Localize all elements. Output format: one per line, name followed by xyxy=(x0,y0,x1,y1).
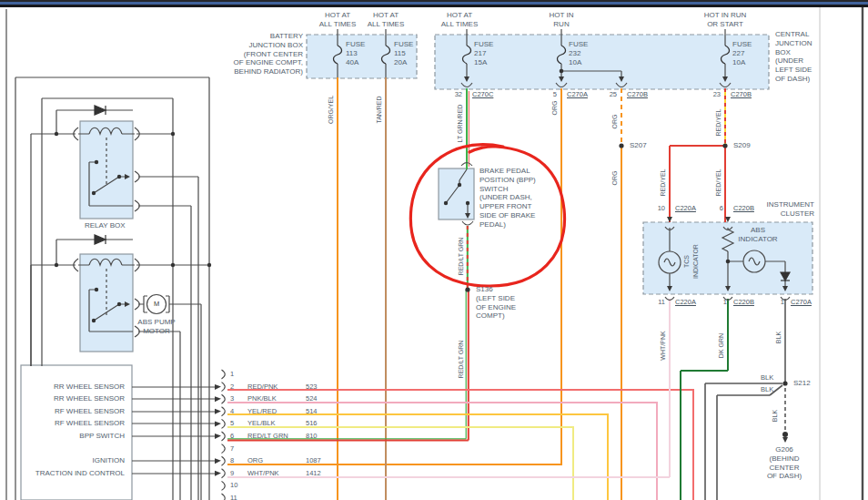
splice-s207-label: S207 xyxy=(630,141,647,150)
splice-s136-dot xyxy=(465,287,469,291)
cluster-pin-6: 6 xyxy=(720,204,723,212)
cluster-c270a-bottom: C270A xyxy=(791,298,812,306)
splice-s212-label: S212 xyxy=(793,379,811,388)
wire-name-red-lt-grn: RED/LT GRN xyxy=(247,432,288,440)
fuse-113-label: FUSE 113 40A xyxy=(346,40,365,66)
power-header-3: HOT AT ALL TIMES xyxy=(441,11,478,29)
circuit-523: 523 xyxy=(306,383,318,391)
ground-g206-label: G206 (BEHIND CENTER OF DASH) xyxy=(767,445,802,481)
pin-5: 5 xyxy=(230,419,234,427)
wire-label-org-3: ORG xyxy=(611,147,618,210)
wire-label-wht-pnk: WHT/PNK xyxy=(660,314,666,378)
cluster-c220a-bottom: C220A xyxy=(675,298,696,306)
cluster-pin-11: 11 xyxy=(658,298,665,306)
wire-name-pnk-blk: PNK/BLK xyxy=(247,394,277,403)
instrument-cluster-title: INSTRUMENT CLUSTER xyxy=(767,200,814,219)
wire-label-blk-1: BLK xyxy=(775,306,782,370)
power-header-1: HOT AT ALL TIMES xyxy=(319,11,356,29)
wire-label-tan-red: TAN/RED xyxy=(376,78,382,142)
bpp-switch-label: BRAKE PEDAL POSITION (BPP) SWITCH (UNDER… xyxy=(479,167,536,229)
diode2-icon xyxy=(95,235,106,244)
wire-label-dk-grn: DK GRN xyxy=(718,314,724,378)
motor-m-glyph: M xyxy=(154,300,159,308)
blk-tap-label-2: BLK xyxy=(761,385,773,393)
module-label-rr-wheel-2: RR WHEEL SENSOR xyxy=(54,394,125,403)
cluster-c220b-top: C220B xyxy=(733,204,754,212)
pin-8: 8 xyxy=(230,456,234,464)
power-header-5: HOT IN RUN OR START xyxy=(704,11,747,29)
fuse-115-label: FUSE 115 20A xyxy=(394,40,413,66)
splice-s207-dot xyxy=(619,143,623,148)
circuit-1412: 1412 xyxy=(306,469,321,477)
wiring-diagram-page: HOT AT ALL TIMES HOT AT ALL TIMES HOT AT… xyxy=(0,0,868,500)
wire-name-red-pnk: RED/PNK xyxy=(247,383,278,391)
wire-label-red-yel-1: RED/YEL xyxy=(715,91,722,155)
pin-3: 3 xyxy=(230,394,234,403)
pin-7: 7 xyxy=(230,444,234,453)
circuit-810: 810 xyxy=(306,432,318,440)
wiring-svg xyxy=(0,0,868,500)
battery-junction-box-label: BATTERY JUNCTION BOX (FRONT CENTER OF EN… xyxy=(234,32,303,77)
wire-name-yel-red: YEL/RED xyxy=(247,407,277,415)
fuse-227-label: FUSE 227 10A xyxy=(732,40,752,66)
wire-pnk-blk xyxy=(227,403,657,500)
pin-11: 11 xyxy=(230,494,237,500)
cluster-c220a-top: C220A xyxy=(675,204,696,212)
cluster-pin-1-c220b: 1 xyxy=(723,298,727,306)
blk-tap-label-1: BLK xyxy=(761,373,773,382)
abs-pump-motor-label: ABS PUMP MOTOR xyxy=(137,318,175,336)
pin-1: 1 xyxy=(230,370,234,378)
cluster-pin-1-c270a: 1 xyxy=(781,298,784,306)
ground-g206-dot xyxy=(782,432,788,437)
module-label-bpp-switch: BPP SWITCH xyxy=(79,432,125,441)
wire-label-org-yel: ORG/YEL xyxy=(328,78,334,142)
module-label-traction: TRACTION IND CONTROL xyxy=(35,469,125,478)
pin-6: 6 xyxy=(230,432,234,440)
splice-s209-label: S209 xyxy=(733,141,751,150)
fuse-232-label: FUSE 232 10A xyxy=(569,40,588,66)
wire-label-red-lt-grn-1: RED/LT GRN xyxy=(458,225,464,289)
splice-s209-dot xyxy=(722,143,727,148)
pin-10: 10 xyxy=(230,481,237,489)
circuit-514: 514 xyxy=(306,407,318,415)
pin-4: 4 xyxy=(230,407,234,415)
cluster-c220b-bottom: C220B xyxy=(733,298,754,306)
wire-label-red-lt-grn-2: RED/LT GRN xyxy=(458,328,464,392)
pin-9: 9 xyxy=(230,469,234,477)
cluster-pin-10: 10 xyxy=(658,204,665,212)
relay1-box xyxy=(80,121,133,219)
wire-org-ignition xyxy=(227,88,561,464)
module-label-ignition: IGNITION xyxy=(92,456,125,465)
wire-label-org-2: ORG xyxy=(611,90,618,154)
circuit-516: 516 xyxy=(306,419,318,427)
module-label-rf-wheel-2: RF WHEEL SENSOR xyxy=(55,419,125,428)
wire-red-pnk xyxy=(227,390,693,500)
wire-wht-pnk xyxy=(227,299,670,477)
circuit-524: 524 xyxy=(306,394,318,403)
fuse-217-label: FUSE 217 15A xyxy=(474,40,493,66)
abs-indicator-label: ABS INDICATOR xyxy=(738,226,777,244)
splice-s136-label: S136 (LEFT SIDE OF ENGINE COMPT) xyxy=(476,285,516,321)
circuit-1087: 1087 xyxy=(306,456,321,464)
module-label-rr-wheel-1: RR WHEEL SENSOR xyxy=(54,383,125,392)
power-header-2: HOT AT ALL TIMES xyxy=(368,11,404,29)
pin-2: 2 xyxy=(230,383,234,391)
page-margin-lines xyxy=(820,7,863,500)
connector-c270b-25: C270B xyxy=(627,90,648,98)
wire-name-org: ORG xyxy=(247,456,263,464)
connector-c270b-23: C270B xyxy=(731,90,752,98)
tcs-indicator-label: TCS INDICATOR xyxy=(682,232,701,291)
splice-s212-dot xyxy=(782,381,787,385)
module-label-rf-wheel-1: RF WHEEL SENSOR xyxy=(55,407,125,416)
wire-name-wht-pnk: WHT/PNK xyxy=(247,469,279,477)
connector-c270c: C270C xyxy=(472,90,493,98)
power-header-4: HOT IN RUN xyxy=(550,11,574,29)
connector-c270a: C270A xyxy=(567,90,588,98)
central-junction-box-label: CENTRAL JUNCTION BOX (UNDER LEFT SIDE OF… xyxy=(775,30,812,84)
bpp-switch-box xyxy=(439,168,474,219)
wire-label-org-1: ORG xyxy=(551,77,558,140)
wire-label-lt-grn-red: LT GRN/RED xyxy=(457,92,463,156)
relay-box-label: RELAY BOX xyxy=(85,221,126,230)
diode1-icon xyxy=(95,106,106,115)
wire-name-yel-blk: YEL/BLK xyxy=(247,419,275,427)
